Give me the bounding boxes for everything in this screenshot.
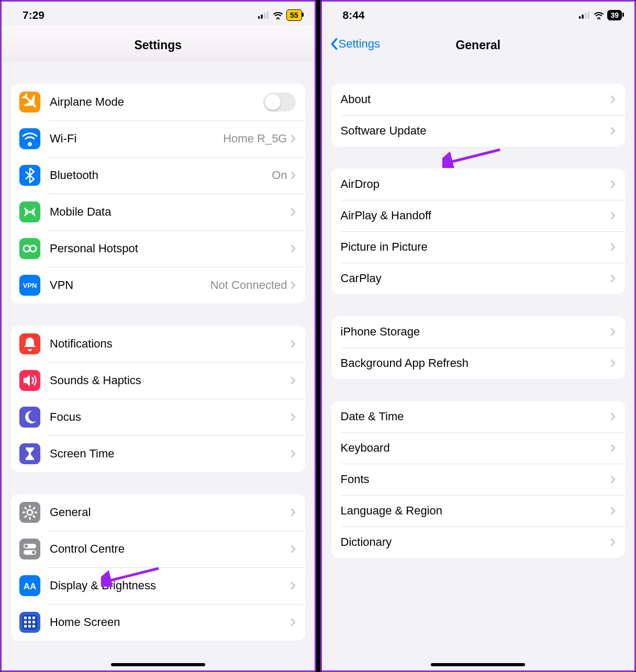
row-date-time[interactable]: Date & Time <box>331 401 626 432</box>
settings-group: iPhone StorageBackground App Refresh <box>331 316 626 379</box>
row-carplay[interactable]: CarPlay <box>331 263 626 294</box>
chevron-right-icon <box>291 208 296 216</box>
chevron-right-icon <box>291 281 296 289</box>
back-label: Settings <box>339 37 381 51</box>
row-airdrop[interactable]: AirDrop <box>331 169 626 200</box>
general-content[interactable]: AboutSoftware UpdateAirDropAirPlay & Han… <box>322 62 635 670</box>
svg-rect-34 <box>582 15 584 19</box>
row-iphone-storage[interactable]: iPhone Storage <box>331 316 626 348</box>
chevron-right-icon <box>610 507 616 515</box>
speaker-icon <box>19 370 40 391</box>
svg-rect-30 <box>28 625 31 628</box>
svg-rect-26 <box>24 621 27 623</box>
row-personal-hotspot[interactable]: Personal Hotspot <box>11 230 305 267</box>
row-label: Bluetooth <box>50 169 272 182</box>
chevron-right-icon <box>291 581 296 590</box>
settings-group: Airplane ModeWi-FiHome R_5GBluetoothOnMo… <box>11 84 305 304</box>
row-mobile-data[interactable]: Mobile Data <box>11 194 305 230</box>
svg-rect-24 <box>28 617 31 619</box>
row-label: About <box>341 93 611 106</box>
chevron-right-icon <box>610 127 616 135</box>
svg-text:VPN: VPN <box>23 282 37 289</box>
row-value: Home R_5G <box>223 132 287 145</box>
settings-content[interactable]: Airplane ModeWi-FiHome R_5GBluetoothOnMo… <box>2 62 315 670</box>
status-time: 8:44 <box>343 9 365 21</box>
chevron-right-icon <box>610 95 616 104</box>
svg-point-6 <box>30 245 36 252</box>
toggle-switch[interactable] <box>263 93 296 111</box>
status-indicators: 39 <box>579 10 622 20</box>
wifi-status-icon <box>273 11 283 19</box>
row-dictionary[interactable]: Dictionary <box>331 527 626 558</box>
chevron-left-icon <box>330 38 338 50</box>
row-picture-in-picture[interactable]: Picture in Picture <box>331 231 626 263</box>
row-control-centre[interactable]: Control Centre <box>11 531 305 567</box>
row-label: Airplane Mode <box>50 95 263 109</box>
wifi-status-icon <box>594 11 604 19</box>
row-wi-fi[interactable]: Wi-FiHome R_5G <box>11 120 305 157</box>
row-sounds-haptics[interactable]: Sounds & Haptics <box>11 362 305 399</box>
settings-group: AirDropAirPlay & HandoffPicture in Pictu… <box>331 169 626 294</box>
row-display-brightness[interactable]: AADisplay & Brightness <box>11 567 305 604</box>
row-value: Not Connected <box>210 278 287 292</box>
row-label: Keyboard <box>341 441 611 455</box>
row-label: Personal Hotspot <box>50 242 291 255</box>
chevron-right-icon <box>291 413 296 421</box>
row-label: CarPlay <box>341 272 611 285</box>
row-home-screen[interactable]: Home Screen <box>11 604 305 641</box>
cellular-icon <box>579 12 590 19</box>
chevron-right-icon <box>291 508 296 517</box>
row-label: Wi-Fi <box>50 132 223 145</box>
chevron-right-icon <box>291 450 296 458</box>
svg-line-13 <box>25 507 27 509</box>
hourglass-icon <box>19 443 40 464</box>
antenna-icon <box>19 201 40 222</box>
row-label: Home Screen <box>50 615 291 629</box>
row-fonts[interactable]: Fonts <box>331 464 626 495</box>
row-label: General <box>50 506 291 519</box>
row-label: AirDrop <box>341 177 611 191</box>
row-notifications[interactable]: Notifications <box>11 326 305 362</box>
row-label: Date & Time <box>341 410 611 423</box>
chevron-right-icon <box>610 211 616 220</box>
svg-text:AA: AA <box>24 581 37 591</box>
row-value: On <box>272 169 287 182</box>
row-label: Picture in Picture <box>341 240 611 254</box>
vpn-icon: VPN <box>19 275 40 296</box>
row-label: Display & Brightness <box>50 579 291 592</box>
row-bluetooth[interactable]: BluetoothOn <box>11 157 305 194</box>
row-background-app-refresh[interactable]: Background App Refresh <box>331 348 626 379</box>
chevron-right-icon <box>291 545 296 553</box>
settings-group: GeneralControl CentreAADisplay & Brightn… <box>11 494 305 641</box>
row-airplay-handoff[interactable]: AirPlay & Handoff <box>331 200 626 231</box>
home-indicator[interactable] <box>431 663 525 666</box>
back-button[interactable]: Settings <box>330 37 381 51</box>
chevron-right-icon <box>610 180 616 188</box>
row-language-region[interactable]: Language & Region <box>331 495 626 527</box>
chevron-right-icon <box>610 274 616 283</box>
row-about[interactable]: About <box>331 84 626 115</box>
row-general[interactable]: General <box>11 494 305 531</box>
chevron-right-icon <box>610 243 616 251</box>
svg-rect-36 <box>588 12 589 18</box>
svg-line-14 <box>33 516 35 518</box>
chevron-right-icon <box>610 538 616 546</box>
row-focus[interactable]: Focus <box>11 399 305 435</box>
svg-line-16 <box>33 507 35 509</box>
chevron-right-icon <box>610 328 616 336</box>
row-airplane-mode[interactable]: Airplane Mode <box>11 84 305 120</box>
wifi-icon <box>19 128 40 149</box>
row-screen-time[interactable]: Screen Time <box>11 435 305 472</box>
home-indicator[interactable] <box>111 663 205 666</box>
svg-rect-1 <box>261 15 262 19</box>
svg-rect-27 <box>28 621 31 623</box>
row-vpn[interactable]: VPNVPNNot Connected <box>11 267 305 304</box>
battery-indicator: 55 <box>286 9 302 21</box>
row-label: Fonts <box>341 473 611 486</box>
chevron-right-icon <box>610 475 616 484</box>
svg-line-15 <box>25 516 27 518</box>
row-keyboard[interactable]: Keyboard <box>331 432 626 464</box>
battery-indicator: 39 <box>607 10 622 20</box>
row-label: Screen Time <box>50 447 291 461</box>
row-software-update[interactable]: Software Update <box>331 115 626 147</box>
